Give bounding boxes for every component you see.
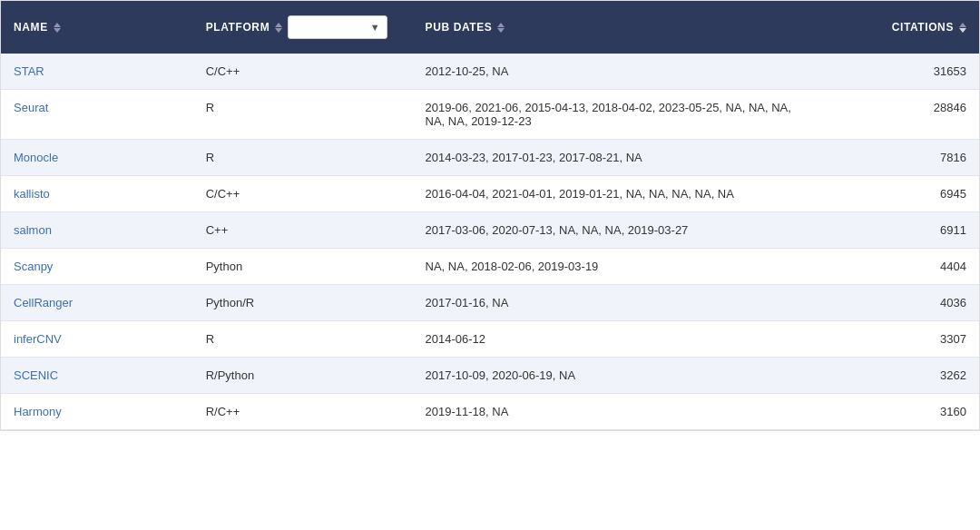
citations-cell: 28846: [826, 90, 979, 140]
citations-cell: 3262: [826, 358, 979, 394]
tool-name-link[interactable]: SCENIC: [14, 368, 58, 382]
platform-cell: Python: [193, 249, 413, 285]
pubdates-cell: 2016-04-04, 2021-04-01, 2019-01-21, NA, …: [413, 176, 826, 212]
table-row: CellRangerPython/R2017-01-16, NA4036: [1, 285, 979, 321]
pubdates-cell: 2017-03-06, 2020-07-13, NA, NA, NA, 2019…: [413, 212, 826, 249]
platform-cell: C/C++: [193, 54, 413, 90]
name-cell: Monocle: [1, 140, 193, 176]
table-body: STARC/C++2012-10-25, NA31653SeuratR2019-…: [1, 54, 979, 430]
pubdates-cell: NA, NA, 2018-02-06, 2019-03-19: [413, 249, 826, 285]
tool-name-link[interactable]: salmon: [14, 223, 52, 237]
citations-sort-icon[interactable]: [959, 23, 966, 33]
name-cell: Seurat: [1, 90, 193, 140]
tool-name-link[interactable]: Scanpy: [14, 260, 53, 273]
platform-col-label: PLATFORM: [206, 21, 270, 34]
tool-name-link[interactable]: kallisto: [14, 187, 50, 201]
platform-cell: R: [193, 321, 413, 358]
pubdates-sort-icon[interactable]: [497, 23, 505, 33]
main-table-container: NAME PLATFORM: [0, 0, 980, 431]
table-row: STARC/C++2012-10-25, NA31653: [1, 54, 979, 90]
table-row: kallistoC/C++2016-04-04, 2021-04-01, 201…: [1, 176, 979, 212]
table-row: HarmonyR/C++2019-11-18, NA3160: [1, 394, 979, 430]
name-col-label: NAME: [14, 21, 48, 34]
citations-col-label: CITATIONS: [892, 21, 954, 34]
table-row: MonocleR2014-03-23, 2017-01-23, 2017-08-…: [1, 140, 979, 176]
platform-cell: C++: [193, 212, 413, 249]
table-header-row: NAME PLATFORM: [1, 1, 979, 54]
table-row: salmonC++2017-03-06, 2020-07-13, NA, NA,…: [1, 212, 979, 249]
data-table: NAME PLATFORM: [1, 1, 979, 430]
name-cell: Harmony: [1, 394, 193, 430]
table-row: ScanpyPythonNA, NA, 2018-02-06, 2019-03-…: [1, 249, 979, 285]
platform-cell: Python/R: [193, 285, 413, 321]
pubdates-column-header[interactable]: PUB DATES: [413, 1, 826, 54]
platform-filter-select[interactable]: C/C++ R Python C++ Python/R R/Python R/C…: [288, 15, 387, 39]
tool-name-link[interactable]: Harmony: [14, 405, 62, 418]
platform-cell: R: [193, 90, 413, 140]
citations-cell: 4404: [826, 249, 979, 285]
pubdates-cell: 2017-10-09, 2020-06-19, NA: [413, 358, 826, 394]
name-cell: salmon: [1, 212, 193, 249]
platform-cell: R: [193, 140, 413, 176]
tool-name-link[interactable]: CellRanger: [14, 296, 73, 309]
name-cell: SCENIC: [1, 358, 193, 394]
tool-name-link[interactable]: STAR: [14, 64, 44, 78]
table-row: SCENICR/Python2017-10-09, 2020-06-19, NA…: [1, 358, 979, 394]
pubdates-cell: 2017-01-16, NA: [413, 285, 826, 321]
sort-up-icon: [497, 23, 505, 27]
citations-cell: 4036: [826, 285, 979, 321]
sort-down-icon: [497, 28, 505, 33]
pubdates-cell: 2012-10-25, NA: [413, 54, 826, 90]
pubdates-cell: 2014-06-12: [413, 321, 826, 358]
citations-cell: 31653: [826, 54, 979, 90]
sort-down-icon: [275, 28, 282, 33]
pubdates-cell: 2014-03-23, 2017-01-23, 2017-08-21, NA: [413, 140, 826, 176]
citations-cell: 7816: [826, 140, 979, 176]
name-cell: STAR: [1, 54, 193, 90]
name-sort-icon[interactable]: [54, 23, 61, 33]
sort-up-icon: [275, 23, 282, 27]
sort-down-icon: [54, 28, 61, 33]
table-row: SeuratR2019-06, 2021-06, 2015-04-13, 201…: [1, 90, 979, 140]
citations-column-header[interactable]: CITATIONS: [826, 1, 979, 54]
platform-filter-wrapper: C/C++ R Python C++ Python/R R/Python R/C…: [288, 15, 387, 39]
citations-cell: 3307: [826, 321, 979, 358]
name-cell: inferCNV: [1, 321, 193, 358]
citations-cell: 6911: [826, 212, 979, 249]
platform-cell: R/Python: [193, 358, 413, 394]
sort-up-icon: [54, 23, 61, 27]
tool-name-link[interactable]: Seurat: [14, 101, 48, 114]
tool-name-link[interactable]: inferCNV: [14, 332, 62, 346]
table-row: inferCNVR2014-06-123307: [1, 321, 979, 358]
pubdates-cell: 2019-11-18, NA: [413, 394, 826, 430]
sort-up-icon: [959, 23, 966, 27]
pubdates-cell: 2019-06, 2021-06, 2015-04-13, 2018-04-02…: [413, 90, 826, 140]
name-cell: CellRanger: [1, 285, 193, 321]
citations-cell: 6945: [826, 176, 979, 212]
name-cell: kallisto: [1, 176, 193, 212]
platform-column-header[interactable]: PLATFORM C/C++ R Python C++: [193, 1, 413, 54]
platform-sort-icon[interactable]: [275, 23, 282, 33]
tool-name-link[interactable]: Monocle: [14, 151, 58, 164]
name-column-header[interactable]: NAME: [1, 1, 193, 54]
pubdates-col-label: PUB DATES: [426, 21, 493, 34]
sort-down-active-icon: [959, 28, 966, 33]
platform-cell: C/C++: [193, 176, 413, 212]
platform-cell: R/C++: [193, 394, 413, 430]
name-cell: Scanpy: [1, 249, 193, 285]
citations-cell: 3160: [826, 394, 979, 430]
